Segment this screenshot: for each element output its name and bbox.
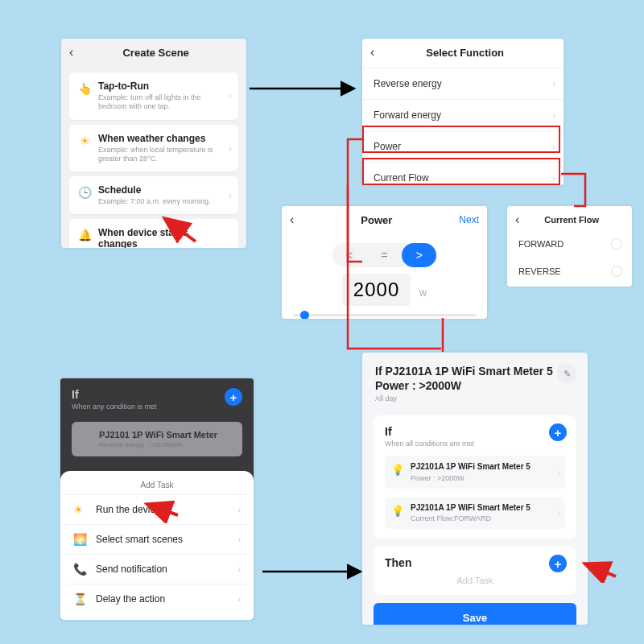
clock-icon: 🕒 <box>77 185 92 200</box>
arrow-black-2 <box>258 564 362 580</box>
radio-icon <box>611 266 622 277</box>
action-sheet: Add Task ☀Run the device› 🌅Select smart … <box>60 471 254 620</box>
row-label: REVERSE <box>518 266 561 276</box>
page-title: Current Flow <box>519 215 624 225</box>
select-function-panel: ‹ Select Function Reverse energy› Forwar… <box>362 39 564 185</box>
chevron-right-icon: › <box>229 191 232 200</box>
red-connector-down <box>435 318 451 353</box>
overlay-if-title: If <box>72 388 242 401</box>
row-label: Run the device <box>96 504 160 515</box>
row-label: Select smart scenes <box>96 534 183 545</box>
chevron-right-icon: › <box>229 91 232 101</box>
power-unit: W <box>419 289 427 298</box>
option-desc: Example: 7:00 a.m. every morning. <box>98 197 230 206</box>
op-lt[interactable]: < <box>332 243 367 267</box>
page-title: Power <box>294 214 459 226</box>
tap-icon: 👆 <box>77 81 92 96</box>
task-delay[interactable]: ⏳Delay the action› <box>65 584 249 613</box>
automation-title: If PJ2101A 1P WiFi Smart Meter 5 Power :… <box>375 364 575 393</box>
func-current-flow[interactable]: Current Flow› <box>362 162 564 185</box>
task-select-scenes[interactable]: 🌅Select smart scenes› <box>65 524 249 554</box>
option-device-status[interactable]: 🔔 When device status changes Example: wh… <box>69 219 238 248</box>
chevron-right-icon: › <box>237 505 241 514</box>
arrow-black-1 <box>250 80 362 97</box>
cond-title: PJ2101A 1P WiFi Smart Meter 5 <box>411 462 559 473</box>
option-weather[interactable]: ☀ When weather changes Example: when loc… <box>69 125 238 172</box>
chevron-right-icon: › <box>552 79 555 89</box>
bell-icon: 🔔 <box>77 228 92 242</box>
cond-sub: Current Flow:FORWARD <box>411 514 559 522</box>
create-scene-panel: ‹ Create Scene 👆 Tap-to-Run Example: tur… <box>61 39 246 248</box>
chevron-right-icon: › <box>558 509 560 518</box>
row-label: Power <box>374 141 401 152</box>
red-connector-right <box>561 172 590 208</box>
weather-icon: ☀ <box>77 134 92 148</box>
chevron-right-icon: › <box>558 468 560 477</box>
svg-line-5 <box>584 564 616 576</box>
option-title: Schedule <box>98 184 230 196</box>
add-task-button[interactable]: + <box>549 555 567 572</box>
power-panel: ‹ Power Next < = > 2000 W 0W40000W <box>282 206 487 319</box>
then-title: Then <box>385 556 565 569</box>
overlay-if-desc: When any condition is met <box>72 402 242 411</box>
chevron-right-icon: › <box>237 594 241 604</box>
radio-icon <box>611 238 622 250</box>
cond-title: PJ2101A 1P WiFi Smart Meter 5 <box>411 503 559 514</box>
power-slider[interactable] <box>293 314 476 316</box>
option-title: When weather changes <box>98 133 230 144</box>
if-section: If When all conditions are met + 💡 PJ210… <box>374 415 576 539</box>
add-task-panel: If + When any condition is met PJ2101 1P… <box>60 378 254 620</box>
op-gt[interactable]: > <box>402 243 436 267</box>
chevron-right-icon: › <box>552 142 555 151</box>
bulb-icon: 💡 <box>391 464 404 476</box>
add-task-placeholder: Add Task <box>385 576 565 585</box>
chevron-right-icon: › <box>229 244 232 249</box>
cond-sub: Power : >2000W <box>411 474 559 482</box>
current-flow-panel: ‹ Current Flow FORWARD REVERSE <box>507 206 632 287</box>
power-value[interactable]: 2000 <box>342 274 411 306</box>
next-button[interactable]: Next <box>459 214 479 225</box>
func-reverse-energy[interactable]: Reverse energy› <box>362 68 564 99</box>
op-eq[interactable]: = <box>367 243 402 267</box>
edit-button[interactable]: ✎ <box>557 364 576 383</box>
operator-segmented: < = > <box>332 243 437 267</box>
row-label: Send notification <box>96 564 167 575</box>
overlay-condition: PJ2101 1P WiFi Smart Meter Reverse energ… <box>72 422 242 456</box>
add-condition-icon: + <box>225 388 242 406</box>
func-power[interactable]: Power› <box>362 130 564 162</box>
option-desc: Example: turn off all lights in the bedr… <box>98 93 230 112</box>
option-schedule[interactable]: 🕒 Schedule Example: 7:00 a.m. every morn… <box>69 176 238 214</box>
save-button[interactable]: Save <box>374 603 576 625</box>
flow-forward[interactable]: FORWARD <box>507 230 632 258</box>
overlay-cond-sub: Reverse energy : >10.00kWh <box>99 441 234 448</box>
if-desc: When all conditions are met <box>385 440 565 448</box>
then-section: Then + Add Task <box>374 547 576 595</box>
row-label: FORWARD <box>518 239 564 249</box>
automation-panel: If PJ2101A 1P WiFi Smart Meter 5 Power :… <box>362 353 588 625</box>
overlay-cond-title: PJ2101 1P WiFi Smart Meter <box>99 430 234 440</box>
row-label: Current Flow <box>374 172 429 184</box>
flow-reverse[interactable]: REVERSE <box>507 258 632 285</box>
add-condition-button[interactable]: + <box>549 423 567 441</box>
phone-icon: 📞 <box>73 563 87 576</box>
option-title: When device status changes <box>98 227 230 248</box>
bulb-icon: 💡 <box>391 505 404 517</box>
condition-item[interactable]: 💡 PJ2101A 1P WiFi Smart Meter 5 Power : … <box>385 456 565 489</box>
if-title: If <box>385 425 565 438</box>
power-max: 40000W <box>448 318 476 319</box>
option-tap-to-run[interactable]: 👆 Tap-to-Run Example: turn off all light… <box>69 72 238 120</box>
slider-thumb[interactable] <box>300 311 309 319</box>
condition-item[interactable]: 💡 PJ2101A 1P WiFi Smart Meter 5 Current … <box>385 497 565 530</box>
sheet-title: Add Task <box>65 477 249 494</box>
func-forward-energy[interactable]: Forward energy› <box>362 99 564 130</box>
page-title: Create Scene <box>73 47 238 59</box>
task-run-device[interactable]: ☀Run the device› <box>65 494 249 524</box>
scene-icon: 🌅 <box>73 533 87 546</box>
row-label: Delay the action <box>96 593 165 605</box>
task-send-notification[interactable]: 📞Send notification› <box>65 554 249 584</box>
chevron-right-icon: › <box>237 535 241 544</box>
page-title: Select Function <box>374 47 555 59</box>
chevron-right-icon: › <box>229 143 232 153</box>
chevron-right-icon: › <box>552 173 555 183</box>
automation-subtitle: All day <box>375 394 575 402</box>
